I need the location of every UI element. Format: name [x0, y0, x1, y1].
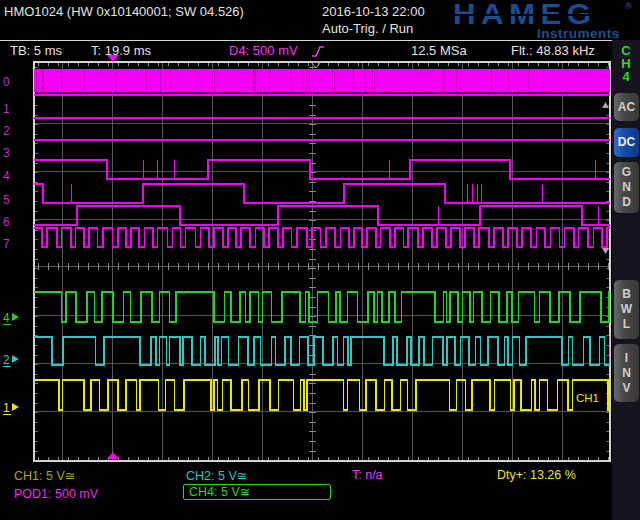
brand-registered-mark: ® [625, 1, 632, 11]
panel-button-bwl[interactable]: BWL [614, 280, 639, 339]
trace-CH2 [34, 337, 610, 365]
sample-rate-readout: 12.5 MSa [411, 43, 467, 58]
pod-scroll-up-arrow[interactable] [602, 102, 609, 108]
pod-channel-label-3: 3 [3, 146, 10, 160]
pod-channel-label-0: 0 [3, 75, 10, 89]
channel-marker-arrow [12, 355, 19, 363]
pod-channel-label-7: 7 [3, 237, 10, 251]
panel-button-gnd[interactable]: GND [614, 162, 639, 213]
status-pod1: POD1: 500 mV [14, 487, 98, 501]
brand-logo-slit [453, 14, 625, 16]
side-panel-channel-label: CH4 [613, 44, 639, 83]
pod-scroll-down-arrow[interactable] [602, 248, 609, 254]
oscilloscope-screen: HMO1024 (HW 0x10140001; SW 04.526) 2016-… [0, 0, 640, 520]
pod-channel-label-1: 1 [3, 102, 10, 116]
status-ch4-selected-box: CH4: 5 V≅ [183, 484, 331, 500]
channel-marker-arrow [12, 313, 19, 321]
trace-D0 [34, 69, 610, 93]
trigger-time-marker-bottom [107, 452, 119, 459]
panel-button-ac[interactable]: AC [614, 93, 639, 121]
pod-channel-label-2: 2 [3, 124, 10, 138]
trace-D5 [34, 184, 610, 203]
status-duty-cycle: Dty+: 13.26 % [497, 468, 576, 482]
channel-marker-CH2: 2 [3, 353, 10, 367]
status-ch2: CH2: 5 V≅ [186, 468, 247, 483]
device-info: HMO1024 (HW 0x10140001; SW 04.526) [4, 4, 244, 19]
trigger-source-marker [311, 62, 321, 68]
waveform-display: 01234567421CH1 [0, 0, 640, 520]
pod-channel-label-4: 4 [3, 169, 10, 183]
panel-button-dc[interactable]: DC [614, 128, 639, 157]
channel-marker-CH4: 4 [3, 311, 10, 325]
trigger-time-readout: T: 19.9 ms [91, 43, 151, 58]
header-separator [0, 40, 614, 41]
timebase-readout: TB: 5 ms [10, 43, 62, 58]
brand-subtitle: Instruments [537, 26, 620, 41]
status-ch4: CH4: 5 V≅ [184, 485, 330, 499]
trigger-source-readout: D4: 500 mV [229, 43, 298, 58]
trace-name-label: CH1 [576, 392, 599, 404]
pod-channel-label-5: 5 [3, 193, 10, 207]
filter-readout: Flt.: 48.83 kHz [511, 43, 595, 58]
trace-D6 [34, 206, 610, 225]
pod-channel-label-6: 6 [3, 215, 10, 229]
datetime: 2016-10-13 22:00 [322, 4, 425, 19]
status-trigger: T: n/a [352, 468, 383, 482]
panel-button-inv[interactable]: INV [614, 344, 639, 402]
brand-logo: HAMEG ® Instruments [453, 1, 638, 41]
channel-marker-arrow [12, 403, 19, 411]
trace-D7 [34, 228, 610, 247]
status-ch1: CH1: 5 V≅ [14, 468, 75, 483]
channel-marker-CH1: 1 [3, 401, 10, 415]
trace-CH4 [34, 292, 610, 322]
graticule-border [34, 62, 610, 461]
trace-D4 [34, 160, 610, 179]
rising-edge-icon [311, 44, 326, 59]
trigger-status: Auto-Trig. / Run [322, 21, 413, 36]
trace-CH1 [34, 380, 610, 410]
